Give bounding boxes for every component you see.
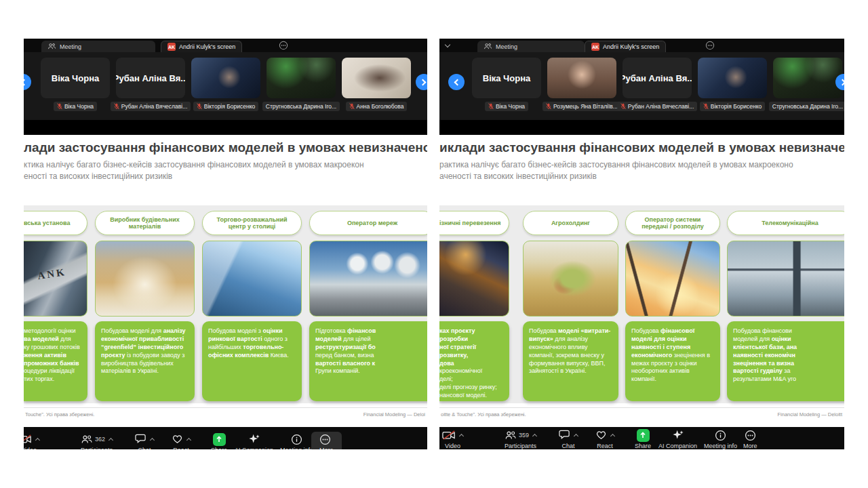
course-title-text: Financial Modeling — Deloitt [778, 411, 842, 418]
tab-shared-screen[interactable]: AK Andrii Kulyk's screen [585, 41, 666, 52]
previous-participants-button[interactable] [448, 74, 465, 90]
tab-shared-screen[interactable]: AK Andrii Kulyk's screen [161, 41, 242, 52]
participant-video-thumbnail [191, 58, 260, 98]
participant-name-chip: Вікторія Борисенко [700, 102, 765, 111]
share-screen-button[interactable]: Share [211, 433, 227, 449]
participant-tile[interactable]: Вікторія Борисенко [191, 58, 260, 111]
participant-tile[interactable]: Віка Чорна Віка Чорна [41, 58, 110, 111]
next-participants-button[interactable] [416, 74, 427, 90]
participant-tile[interactable]: Анна Боголюбова [342, 58, 411, 111]
tab-meeting[interactable]: Meeting [41, 41, 155, 52]
participants-button[interactable]: 362 Participants [81, 433, 113, 449]
case-card-body: Побудова моделі з оцінки ринкової вартос… [202, 321, 302, 401]
caret-up-icon[interactable] [610, 434, 615, 439]
tab-meeting-label: Meeting [496, 43, 517, 50]
case-card-body: Підготовка фінансов моделей для цілей ре… [309, 321, 427, 401]
meeting-info-button[interactable]: Meeting info [280, 433, 313, 449]
heart-icon [595, 430, 607, 440]
caret-up-icon[interactable] [459, 434, 464, 439]
sparkle-icon [248, 433, 260, 445]
case-card-header: Виробник будівельних матеріалів [95, 211, 195, 235]
share-screen-button[interactable]: Share [635, 429, 651, 449]
participant-tile[interactable]: Рубан Аліна Вя... Рубан Аліна Вячеславі.… [623, 58, 692, 111]
case-card-grid-operator: Оператор системи передачі / розподілу По… [625, 211, 720, 401]
chat-button[interactable]: Chat [135, 433, 154, 449]
chevron-left-icon [24, 79, 27, 85]
more-button[interactable]: More [743, 429, 757, 449]
mic-muted-icon [349, 103, 355, 110]
combine-harvester-photo [523, 241, 618, 317]
lumber-warehouse-photo [95, 241, 195, 317]
participant-name-tile: Рубан Аліна Вя... [623, 58, 692, 98]
tab-meeting[interactable]: Meeting [477, 41, 585, 52]
tab-shared-screen-label: Andrii Kulyk's screen [179, 43, 235, 50]
participant-name-chip: Віка Чорна [485, 102, 528, 111]
case-card-body: Побудова моделі для аналізу економічної … [95, 321, 195, 401]
participant-name-chip: Стругновська Дарина Іго... [262, 102, 340, 111]
slide-subtitle-line2: еності та високих інвестиційних ризиків [24, 171, 427, 181]
caret-up-icon[interactable] [150, 438, 155, 443]
case-card-mall: Торгово-розважальний центр у столиці Поб… [202, 211, 302, 401]
mic-muted-icon [488, 103, 494, 110]
participants-count: 359 [519, 432, 529, 439]
participant-tile[interactable]: Стругновська Дарина Іго... [773, 58, 842, 111]
tab-options-button[interactable] [279, 41, 288, 50]
participant-video-thumbnail [342, 58, 411, 98]
mic-muted-icon [546, 103, 551, 110]
chat-button[interactable]: Chat [559, 429, 578, 449]
participants-count: 362 [95, 436, 105, 443]
participant-tile[interactable]: Вікторія Борисенко [698, 58, 767, 111]
react-button[interactable]: React [595, 429, 614, 449]
meeting-info-button[interactable]: Meeting info [704, 429, 737, 449]
case-card-body: ках проєкту розробки ної стратегії розви… [439, 321, 509, 401]
shared-screen-area: иклади застосування фінансових моделей в… [439, 120, 844, 427]
participant-video-thumbnail [698, 58, 767, 98]
caret-up-icon[interactable] [35, 438, 40, 443]
chat-icon [559, 430, 570, 440]
case-card-body: Побудова фінансови моделей для оцінки кл… [727, 321, 844, 401]
previous-participants-button[interactable] [24, 74, 31, 90]
participants-button[interactable]: 359 Participants [505, 429, 536, 449]
camera-off-icon [442, 430, 456, 441]
tab-options-button[interactable] [705, 41, 715, 50]
sparkle-icon [672, 429, 684, 441]
caret-up-icon[interactable] [574, 434, 578, 439]
participant-tile[interactable]: Розумець Яна Віталіїв... [547, 58, 616, 111]
caret-up-icon[interactable] [532, 434, 537, 439]
participant-tile[interactable]: Стругновська Дарина Іго... [267, 58, 336, 111]
case-card-telecom: Телекомунікаційна Побудова фінансови мод… [727, 211, 844, 401]
bank-building-photo: ANK [24, 241, 87, 317]
slide-subtitle-line1: рактика налічує багато бізнес-кейсів зас… [439, 160, 844, 169]
case-card-header: Телекомунікаційна [727, 211, 844, 235]
slide-title: лади застосування фінансових моделей в у… [24, 140, 427, 155]
ai-companion-button[interactable]: AI Companion [658, 429, 697, 449]
video-button[interactable]: Video [24, 433, 39, 449]
more-button[interactable]: More [319, 433, 334, 449]
slide-footer-divider [439, 407, 844, 408]
case-card-railway: ізничні перевезення ках проєкту розробки… [439, 211, 509, 401]
participant-name-chip: Стругновська Дарина Іго... [769, 102, 844, 111]
participant-tile[interactable]: Віка Чорна Віка Чорна [472, 58, 541, 111]
react-button[interactable]: React [172, 433, 191, 449]
ellipsis-icon [279, 41, 288, 50]
caret-up-icon[interactable] [186, 438, 191, 443]
window-tab-bar: Meeting AK Andrii Kulyk's screen [439, 39, 844, 52]
collapse-chevron-icon[interactable] [445, 42, 450, 47]
more-ellipsis-icon [745, 430, 756, 441]
caret-up-icon[interactable] [108, 438, 113, 443]
slide-subtitle-line2: аченості та високих інвестиційних ризикі… [439, 171, 844, 181]
chevron-right-icon [420, 79, 427, 85]
railway-yard-photo [439, 241, 509, 317]
participant-name-chip: Рубан Аліна Вячеславі... [617, 102, 698, 111]
info-icon [291, 434, 302, 445]
case-card-agroholding: Агрохолдинг Побудова моделі «витрати-вип… [523, 211, 618, 401]
video-button[interactable]: Video [442, 429, 463, 449]
glass-towers-photo [202, 241, 302, 317]
mic-muted-icon [197, 103, 202, 110]
mic-muted-icon [620, 103, 626, 110]
ai-companion-button[interactable]: AI Companion [235, 433, 273, 449]
participant-tile[interactable]: Рубан Аліна Вя... Рубан Аліна Вячеславі.… [116, 58, 185, 111]
case-card-header: вська установа [24, 211, 87, 235]
mic-muted-icon [703, 103, 709, 110]
participants-filmstrip: Віка Чорна Віка Чорна Рубан Аліна Вя... … [24, 52, 427, 120]
